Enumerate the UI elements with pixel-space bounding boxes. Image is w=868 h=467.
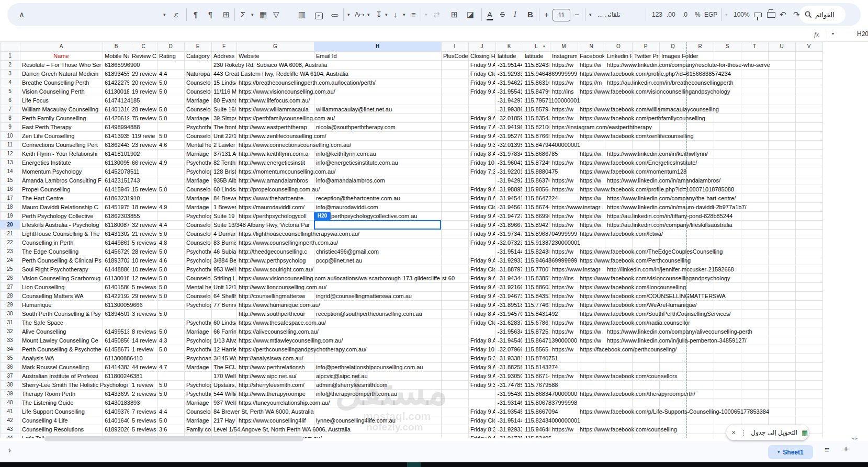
- cell-H13[interactable]: info@energeticsinstitute.com.au: [314, 158, 468, 167]
- cell-B29[interactable]: 611300059666: [103, 301, 184, 309]
- column-header-F[interactable]: F: [211, 42, 236, 51]
- cell-O17[interactable]: https://www.linkedin.com/company/the-har…: [605, 194, 822, 202]
- cell-K12[interactable]: -31.97834: [496, 150, 522, 158]
- cell-E34[interactable]: Psychothe: [185, 345, 211, 354]
- cell-E9[interactable]: Psychothe: [185, 123, 211, 131]
- row-header-32[interactable]: 32: [0, 327, 20, 336]
- cell-A35[interactable]: Analysis WA: [20, 354, 102, 362]
- cell-G26[interactable]: https://www.visioncounselling.com.au/loc…: [237, 274, 468, 282]
- cell-L13[interactable]: 115.87249: [523, 158, 549, 167]
- cell-F2[interactable]: 230 Rokeby Rd, Subiaco WA 6008, Australi…: [212, 61, 468, 69]
- cell-G18[interactable]: https://maurodaviddi.com/: [237, 203, 313, 211]
- cell-C18[interactable]: 18 review: [130, 203, 156, 211]
- cell-O33[interactable]: https://www.linkedin.com/in/julia-pember…: [605, 336, 822, 345]
- cell-J28[interactable]: Friday 9 A: [469, 292, 495, 300]
- column-header-U[interactable]: U: [768, 42, 795, 51]
- cell-L33[interactable]: 115.8647139000000: [523, 336, 577, 345]
- cell-F7[interactable]: Suite 16/1: [212, 105, 236, 113]
- cell-J16[interactable]: Friday 9 A: [469, 185, 495, 193]
- cell-B43[interactable]: 61892026: [103, 425, 129, 434]
- column-header-V[interactable]: V: [795, 42, 822, 51]
- row-header-42[interactable]: 42: [0, 416, 20, 425]
- paragraph-ltr-icon[interactable]: ¶: [194, 3, 198, 26]
- cell-M28[interactable]: https://w: [550, 292, 577, 300]
- cell-O32[interactable]: https://www.linkedin.com/company/aliveco…: [605, 327, 822, 336]
- cell-G7[interactable]: https://www.williammacaula: [237, 105, 313, 113]
- cell-N16[interactable]: https://www.facebook.com/profile.php?id=…: [578, 185, 822, 193]
- cell-G10[interactable]: http://www.zenlifecounselling.com/: [237, 132, 468, 140]
- row-header-24[interactable]: 24: [0, 256, 20, 265]
- cell-G17[interactable]: https://www.thehartcentre.: [237, 194, 313, 202]
- column-header-I[interactable]: I: [441, 42, 468, 51]
- cell-G29[interactable]: https://www.humanique.com.au/: [237, 301, 468, 309]
- row-header-36[interactable]: 36: [0, 362, 20, 371]
- row-header-8[interactable]: 8: [0, 113, 20, 122]
- cell-A18[interactable]: Mauro Daviddi Relationship C: [20, 203, 102, 211]
- cell-L35[interactable]: 115.8740751: [523, 354, 822, 362]
- expand-icon[interactable]: ›: [8, 446, 11, 454]
- cell-K27[interactable]: -31.92166: [496, 283, 522, 291]
- cell-B3[interactable]: 61893455: [103, 70, 129, 78]
- column-header-E[interactable]: E: [184, 42, 211, 51]
- cell-N19[interactable]: https://w: [578, 212, 604, 220]
- cell-K5[interactable]: -31.95541: [496, 87, 522, 96]
- cell-G14[interactable]: https://momentumcounselling.com.au/: [237, 167, 468, 176]
- cell-O12[interactable]: https://www.linkedin.com/in/keithwflynn/: [605, 150, 822, 158]
- cell-J9[interactable]: Friday 7 A: [469, 123, 495, 131]
- cell-C16[interactable]: 15 review: [130, 185, 156, 193]
- cell-F24[interactable]: 3/884 Bea: [212, 256, 236, 265]
- cell-J18[interactable]: Friday Clo: [469, 203, 495, 211]
- cell-K40[interactable]: -31.93146: [496, 398, 522, 407]
- cell-N21[interactable]: https://www.facebook.com/lctwa/: [578, 230, 822, 238]
- all-sheets-icon[interactable]: ≡: [825, 445, 829, 454]
- cell-J36[interactable]: Friday 9 A: [469, 363, 495, 371]
- row-header-10[interactable]: 10: [0, 131, 20, 140]
- row-header-43[interactable]: 43: [0, 425, 20, 434]
- cell-L41[interactable]: 115.8667094: [523, 407, 577, 416]
- cell-N2[interactable]: https://w: [578, 61, 604, 69]
- cell-C24[interactable]: 10 review: [130, 256, 156, 265]
- cell-G4[interactable]: https://breathecounsellingperth.com.au/l…: [237, 78, 468, 87]
- cell-H37[interactable]: aipcvic@aipc.net.au: [314, 372, 468, 380]
- cell-M2[interactable]: https://w: [550, 61, 577, 69]
- cell-F22[interactable]: 83 Burnis: [212, 238, 236, 247]
- sheet-menu-caret-icon[interactable]: ▾: [777, 450, 780, 454]
- cell-A39[interactable]: Therapy Room Perth: [20, 390, 102, 398]
- cell-A9[interactable]: East Perth Therapy: [20, 123, 102, 131]
- cell-O1[interactable]: Linkedin P: [605, 52, 632, 60]
- cell-G27[interactable]: http://www.lioncounselling.com.au/: [237, 283, 468, 291]
- cell-D39[interactable]: 5.0: [157, 390, 184, 398]
- row-header-31[interactable]: 31: [0, 318, 20, 327]
- cell-N20[interactable]: https://w: [578, 221, 604, 229]
- column-header-S[interactable]: S: [714, 42, 741, 51]
- cell-O2[interactable]: https://www.linkedin.com/company/resolut…: [605, 61, 822, 69]
- cell-G12[interactable]: http://www.keithflynn.com.a: [237, 150, 313, 158]
- cell-F39[interactable]: 544 Willia: [212, 390, 236, 398]
- cell-E1[interactable]: Catagory: [185, 52, 211, 60]
- cell-D10[interactable]: 5.0: [157, 132, 184, 140]
- cell-O20[interactable]: https://au.linkedin.com/company/lifeskil…: [605, 221, 822, 229]
- currency-button[interactable]: EGP: [704, 3, 717, 26]
- function-icon[interactable]: ε: [174, 3, 178, 26]
- vertical-align-icon[interactable]: ↧: [376, 3, 382, 26]
- cell-C36[interactable]: 44 review: [130, 363, 156, 371]
- cell-A16[interactable]: Propel Counselling: [20, 185, 102, 193]
- cell-L38[interactable]: 115.7679588: [523, 381, 822, 389]
- cell-B25[interactable]: 61448886: [103, 265, 129, 274]
- row-header-29[interactable]: 29: [0, 300, 20, 309]
- cell-C34[interactable]: 1 review: [130, 345, 156, 354]
- cell-G31[interactable]: https://www.thesafespace.com.au/: [237, 318, 468, 327]
- cell-D8[interactable]: 5.0: [157, 114, 184, 122]
- cell-F31[interactable]: 60 Lindsa: [212, 318, 236, 327]
- row-header-35[interactable]: 35: [0, 354, 20, 362]
- column-header-N[interactable]: N: [578, 42, 605, 51]
- cell-A36[interactable]: Mark Roussel Counselling: [20, 363, 102, 371]
- cell-J43[interactable]: Friday 8:3: [469, 425, 495, 434]
- cell-E6[interactable]: Marriage: [185, 96, 211, 105]
- cell-J30[interactable]: Friday 8 A: [469, 310, 495, 318]
- column-header-T[interactable]: T: [741, 42, 768, 51]
- cell-F29[interactable]: 77 Benne: [212, 301, 236, 309]
- column-header-J[interactable]: J: [468, 42, 495, 51]
- dropdown-icon[interactable]: ▾: [385, 3, 388, 26]
- cell-G32[interactable]: https://alivecounselling.com.au/: [237, 327, 495, 336]
